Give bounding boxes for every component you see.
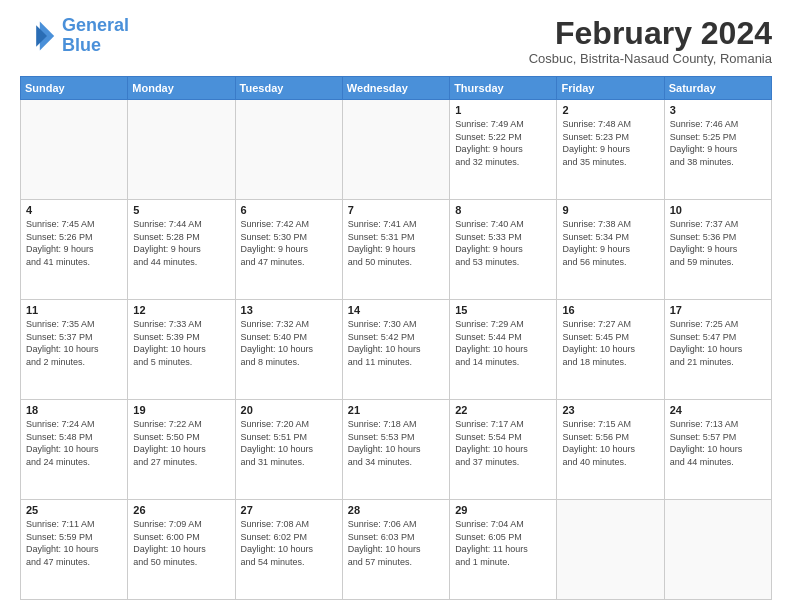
day-info: Sunrise: 7:37 AM Sunset: 5:36 PM Dayligh… <box>670 218 766 268</box>
day-number: 14 <box>348 304 444 316</box>
week-row-0: 1Sunrise: 7:49 AM Sunset: 5:22 PM Daylig… <box>21 100 772 200</box>
day-number: 8 <box>455 204 551 216</box>
day-cell: 14Sunrise: 7:30 AM Sunset: 5:42 PM Dayli… <box>342 300 449 400</box>
logo-icon <box>20 18 56 54</box>
day-info: Sunrise: 7:40 AM Sunset: 5:33 PM Dayligh… <box>455 218 551 268</box>
header-cell-tuesday: Tuesday <box>235 77 342 100</box>
day-number: 1 <box>455 104 551 116</box>
day-cell: 9Sunrise: 7:38 AM Sunset: 5:34 PM Daylig… <box>557 200 664 300</box>
day-cell: 16Sunrise: 7:27 AM Sunset: 5:45 PM Dayli… <box>557 300 664 400</box>
day-cell: 29Sunrise: 7:04 AM Sunset: 6:05 PM Dayli… <box>450 500 557 600</box>
day-cell: 24Sunrise: 7:13 AM Sunset: 5:57 PM Dayli… <box>664 400 771 500</box>
subtitle: Cosbuc, Bistrita-Nasaud County, Romania <box>529 51 772 66</box>
header-cell-saturday: Saturday <box>664 77 771 100</box>
header-cell-wednesday: Wednesday <box>342 77 449 100</box>
day-number: 23 <box>562 404 658 416</box>
day-cell: 6Sunrise: 7:42 AM Sunset: 5:30 PM Daylig… <box>235 200 342 300</box>
day-cell: 3Sunrise: 7:46 AM Sunset: 5:25 PM Daylig… <box>664 100 771 200</box>
day-number: 24 <box>670 404 766 416</box>
day-info: Sunrise: 7:08 AM Sunset: 6:02 PM Dayligh… <box>241 518 337 568</box>
day-cell: 23Sunrise: 7:15 AM Sunset: 5:56 PM Dayli… <box>557 400 664 500</box>
day-number: 11 <box>26 304 122 316</box>
day-info: Sunrise: 7:09 AM Sunset: 6:00 PM Dayligh… <box>133 518 229 568</box>
day-info: Sunrise: 7:11 AM Sunset: 5:59 PM Dayligh… <box>26 518 122 568</box>
header-cell-thursday: Thursday <box>450 77 557 100</box>
day-info: Sunrise: 7:17 AM Sunset: 5:54 PM Dayligh… <box>455 418 551 468</box>
day-cell: 1Sunrise: 7:49 AM Sunset: 5:22 PM Daylig… <box>450 100 557 200</box>
day-info: Sunrise: 7:48 AM Sunset: 5:23 PM Dayligh… <box>562 118 658 168</box>
day-number: 27 <box>241 504 337 516</box>
day-number: 28 <box>348 504 444 516</box>
day-info: Sunrise: 7:35 AM Sunset: 5:37 PM Dayligh… <box>26 318 122 368</box>
header-cell-friday: Friday <box>557 77 664 100</box>
day-info: Sunrise: 7:32 AM Sunset: 5:40 PM Dayligh… <box>241 318 337 368</box>
week-row-1: 4Sunrise: 7:45 AM Sunset: 5:26 PM Daylig… <box>21 200 772 300</box>
day-cell: 18Sunrise: 7:24 AM Sunset: 5:48 PM Dayli… <box>21 400 128 500</box>
day-number: 4 <box>26 204 122 216</box>
day-number: 21 <box>348 404 444 416</box>
day-number: 25 <box>26 504 122 516</box>
day-cell: 12Sunrise: 7:33 AM Sunset: 5:39 PM Dayli… <box>128 300 235 400</box>
day-info: Sunrise: 7:20 AM Sunset: 5:51 PM Dayligh… <box>241 418 337 468</box>
day-info: Sunrise: 7:29 AM Sunset: 5:44 PM Dayligh… <box>455 318 551 368</box>
week-row-3: 18Sunrise: 7:24 AM Sunset: 5:48 PM Dayli… <box>21 400 772 500</box>
day-info: Sunrise: 7:15 AM Sunset: 5:56 PM Dayligh… <box>562 418 658 468</box>
day-number: 29 <box>455 504 551 516</box>
day-cell: 11Sunrise: 7:35 AM Sunset: 5:37 PM Dayli… <box>21 300 128 400</box>
logo: General Blue <box>20 16 129 56</box>
header: General Blue February 2024 Cosbuc, Bistr… <box>20 16 772 66</box>
day-number: 26 <box>133 504 229 516</box>
day-info: Sunrise: 7:38 AM Sunset: 5:34 PM Dayligh… <box>562 218 658 268</box>
calendar-table: SundayMondayTuesdayWednesdayThursdayFrid… <box>20 76 772 600</box>
day-cell: 26Sunrise: 7:09 AM Sunset: 6:00 PM Dayli… <box>128 500 235 600</box>
day-info: Sunrise: 7:18 AM Sunset: 5:53 PM Dayligh… <box>348 418 444 468</box>
day-number: 9 <box>562 204 658 216</box>
day-cell <box>21 100 128 200</box>
header-row: SundayMondayTuesdayWednesdayThursdayFrid… <box>21 77 772 100</box>
calendar-body: 1Sunrise: 7:49 AM Sunset: 5:22 PM Daylig… <box>21 100 772 600</box>
day-cell: 2Sunrise: 7:48 AM Sunset: 5:23 PM Daylig… <box>557 100 664 200</box>
day-info: Sunrise: 7:27 AM Sunset: 5:45 PM Dayligh… <box>562 318 658 368</box>
day-info: Sunrise: 7:25 AM Sunset: 5:47 PM Dayligh… <box>670 318 766 368</box>
page: General Blue February 2024 Cosbuc, Bistr… <box>0 0 792 612</box>
day-number: 16 <box>562 304 658 316</box>
week-row-4: 25Sunrise: 7:11 AM Sunset: 5:59 PM Dayli… <box>21 500 772 600</box>
day-info: Sunrise: 7:06 AM Sunset: 6:03 PM Dayligh… <box>348 518 444 568</box>
day-number: 19 <box>133 404 229 416</box>
calendar-header: SundayMondayTuesdayWednesdayThursdayFrid… <box>21 77 772 100</box>
day-number: 20 <box>241 404 337 416</box>
day-cell <box>557 500 664 600</box>
day-cell: 27Sunrise: 7:08 AM Sunset: 6:02 PM Dayli… <box>235 500 342 600</box>
day-number: 5 <box>133 204 229 216</box>
day-cell: 13Sunrise: 7:32 AM Sunset: 5:40 PM Dayli… <box>235 300 342 400</box>
day-number: 13 <box>241 304 337 316</box>
day-cell: 21Sunrise: 7:18 AM Sunset: 5:53 PM Dayli… <box>342 400 449 500</box>
day-number: 17 <box>670 304 766 316</box>
day-cell <box>128 100 235 200</box>
day-info: Sunrise: 7:30 AM Sunset: 5:42 PM Dayligh… <box>348 318 444 368</box>
day-cell: 7Sunrise: 7:41 AM Sunset: 5:31 PM Daylig… <box>342 200 449 300</box>
day-info: Sunrise: 7:49 AM Sunset: 5:22 PM Dayligh… <box>455 118 551 168</box>
day-cell <box>235 100 342 200</box>
day-cell: 17Sunrise: 7:25 AM Sunset: 5:47 PM Dayli… <box>664 300 771 400</box>
logo-line1: General <box>62 15 129 35</box>
day-number: 22 <box>455 404 551 416</box>
day-info: Sunrise: 7:33 AM Sunset: 5:39 PM Dayligh… <box>133 318 229 368</box>
day-info: Sunrise: 7:45 AM Sunset: 5:26 PM Dayligh… <box>26 218 122 268</box>
day-number: 6 <box>241 204 337 216</box>
day-cell: 15Sunrise: 7:29 AM Sunset: 5:44 PM Dayli… <box>450 300 557 400</box>
day-cell: 10Sunrise: 7:37 AM Sunset: 5:36 PM Dayli… <box>664 200 771 300</box>
day-cell: 28Sunrise: 7:06 AM Sunset: 6:03 PM Dayli… <box>342 500 449 600</box>
month-title: February 2024 <box>529 16 772 51</box>
day-cell: 22Sunrise: 7:17 AM Sunset: 5:54 PM Dayli… <box>450 400 557 500</box>
day-cell: 8Sunrise: 7:40 AM Sunset: 5:33 PM Daylig… <box>450 200 557 300</box>
day-info: Sunrise: 7:24 AM Sunset: 5:48 PM Dayligh… <box>26 418 122 468</box>
logo-line2: Blue <box>62 35 101 55</box>
day-info: Sunrise: 7:13 AM Sunset: 5:57 PM Dayligh… <box>670 418 766 468</box>
logo-text: General Blue <box>62 16 129 56</box>
day-cell: 25Sunrise: 7:11 AM Sunset: 5:59 PM Dayli… <box>21 500 128 600</box>
header-cell-monday: Monday <box>128 77 235 100</box>
day-info: Sunrise: 7:42 AM Sunset: 5:30 PM Dayligh… <box>241 218 337 268</box>
day-number: 3 <box>670 104 766 116</box>
day-cell: 5Sunrise: 7:44 AM Sunset: 5:28 PM Daylig… <box>128 200 235 300</box>
